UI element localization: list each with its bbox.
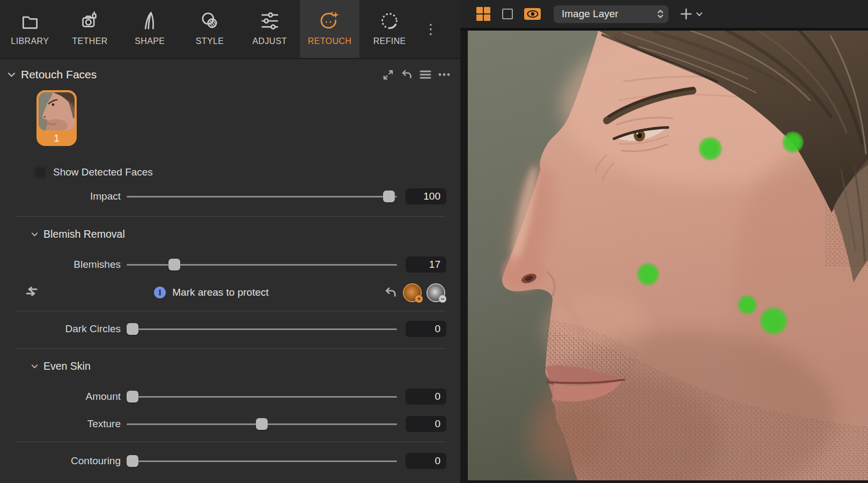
proof-view-eye-icon[interactable] bbox=[524, 8, 541, 20]
slider-label: Dark Circles bbox=[0, 323, 121, 335]
show-detected-faces-checkbox[interactable] bbox=[34, 166, 46, 178]
impact-slider-row: Impact 100 bbox=[0, 187, 460, 206]
add-layer-control[interactable] bbox=[680, 8, 703, 20]
blemishes-slider-track[interactable] bbox=[127, 255, 397, 274]
slider-label: Amount bbox=[0, 391, 121, 402]
section-divider bbox=[15, 348, 445, 349]
checkbox-label: Show Detected Faces bbox=[53, 166, 153, 178]
retouch-face-sparkle-icon bbox=[319, 9, 340, 33]
blemish-marker[interactable] bbox=[738, 295, 757, 314]
contouring-slider-handle[interactable] bbox=[127, 455, 138, 467]
image-viewer: Image Layer bbox=[460, 0, 868, 483]
plus-icon bbox=[680, 8, 693, 20]
dark-circles-value-field[interactable]: 0 bbox=[406, 321, 446, 337]
impact-slider-track[interactable] bbox=[127, 187, 397, 206]
brush-add-badge: + bbox=[415, 295, 423, 303]
tab-label: SHAPE bbox=[135, 36, 165, 46]
viewer-toolbar: Image Layer bbox=[460, 0, 868, 31]
reset-adjustments-icon[interactable] bbox=[400, 68, 413, 81]
texture-value-field[interactable]: 0 bbox=[406, 416, 446, 432]
blemish-removal-header[interactable]: Blemish Removal bbox=[31, 226, 460, 242]
dark-circles-slider-handle[interactable] bbox=[127, 323, 138, 335]
panel-title: Retouch Faces bbox=[21, 68, 97, 81]
section-chevron-icon bbox=[31, 364, 38, 369]
tab-label: STYLE bbox=[196, 36, 224, 46]
contouring-slider-track[interactable] bbox=[127, 452, 397, 470]
select-updown-chevrons-icon bbox=[657, 9, 664, 19]
section-divider bbox=[15, 311, 445, 311]
slider-label: Contouring bbox=[0, 455, 121, 467]
invert-mask-icon[interactable] bbox=[25, 286, 39, 299]
tab-tether[interactable]: TETHER bbox=[60, 0, 120, 58]
texture-slider-track[interactable] bbox=[127, 415, 397, 433]
tab-label: REFINE bbox=[373, 36, 406, 46]
contouring-value-field[interactable]: 0 bbox=[406, 453, 446, 469]
presets-menu-icon[interactable] bbox=[419, 68, 432, 81]
blemish-marker[interactable] bbox=[698, 137, 722, 160]
blemishes-slider-row: Blemishes 17 bbox=[0, 255, 460, 274]
portrait-photo[interactable] bbox=[468, 31, 868, 480]
tab-adjust[interactable]: ADJUST bbox=[240, 0, 300, 58]
single-view-icon[interactable] bbox=[502, 9, 513, 19]
blemishes-value-field[interactable]: 17 bbox=[406, 257, 446, 273]
capture-one-window: LIBRARY TETHER SHAPE STYLE bbox=[0, 0, 868, 483]
draw-protect-mask-brush-icon[interactable]: + bbox=[404, 284, 421, 301]
tabbar-overflow-menu-icon[interactable]: ⋮ bbox=[420, 22, 442, 36]
layer-select[interactable]: Image Layer bbox=[554, 5, 668, 23]
texture-slider-handle[interactable] bbox=[256, 418, 268, 430]
tab-retouch[interactable]: RETOUCH bbox=[300, 0, 360, 58]
viewer-canvas[interactable] bbox=[460, 31, 868, 483]
blemishes-slider-handle[interactable] bbox=[168, 259, 180, 270]
mark-areas-label: Mark areas to protect bbox=[172, 287, 269, 298]
section-divider bbox=[15, 216, 445, 217]
blemish-marker[interactable] bbox=[760, 307, 788, 335]
even-skin-header[interactable]: Even Skin bbox=[31, 358, 460, 374]
impact-slider-handle[interactable] bbox=[383, 191, 395, 202]
tab-style[interactable]: STYLE bbox=[180, 0, 240, 58]
grid-view-icon[interactable] bbox=[476, 7, 490, 21]
texture-slider-row: Texture 0 bbox=[0, 415, 460, 433]
section-title: Even Skin bbox=[43, 360, 91, 372]
layer-select-value: Image Layer bbox=[562, 8, 657, 20]
collapse-chevron-icon[interactable] bbox=[8, 70, 16, 79]
amount-slider-track[interactable] bbox=[127, 387, 397, 406]
blemish-marker[interactable] bbox=[637, 263, 659, 286]
blemish-marker[interactable] bbox=[782, 131, 804, 153]
face-thumbnail-image bbox=[39, 92, 75, 130]
chevron-down-icon bbox=[696, 12, 703, 17]
slider-label: Impact bbox=[0, 191, 121, 202]
slider-label: Blemishes bbox=[0, 259, 121, 270]
tab-refine[interactable]: REFINE bbox=[359, 0, 420, 58]
more-options-icon[interactable] bbox=[438, 68, 451, 81]
expand-panel-icon[interactable] bbox=[381, 68, 394, 81]
detected-face-thumbnail[interactable]: 1 bbox=[36, 90, 77, 146]
tool-tabbar: LIBRARY TETHER SHAPE STYLE bbox=[0, 0, 460, 59]
amount-slider-handle[interactable] bbox=[127, 391, 138, 402]
impact-value-field[interactable]: 100 bbox=[406, 188, 446, 204]
tether-camera-icon bbox=[80, 9, 100, 33]
dark-circles-slider-track[interactable] bbox=[127, 320, 397, 338]
info-icon[interactable]: i bbox=[154, 287, 166, 298]
reset-mask-icon[interactable] bbox=[384, 286, 397, 299]
brush-subtract-badge: − bbox=[439, 295, 446, 303]
tab-label: RETOUCH bbox=[308, 36, 352, 46]
tab-label: TETHER bbox=[72, 36, 107, 46]
library-folder-icon bbox=[20, 9, 40, 33]
retouch-faces-header: Retouch Faces bbox=[0, 67, 460, 83]
tab-library[interactable]: LIBRARY bbox=[0, 0, 60, 58]
style-balloons-icon bbox=[200, 9, 220, 33]
erase-protect-mask-brush-icon[interactable]: − bbox=[428, 284, 444, 301]
tab-label: LIBRARY bbox=[11, 36, 49, 46]
tab-label: ADJUST bbox=[252, 36, 287, 46]
contouring-slider-row: Contouring 0 bbox=[0, 452, 460, 470]
slider-label: Texture bbox=[0, 418, 121, 430]
section-divider bbox=[15, 442, 445, 442]
amount-value-field[interactable]: 0 bbox=[406, 389, 446, 405]
tab-shape[interactable]: SHAPE bbox=[120, 0, 180, 58]
mark-areas-row: i Mark areas to protect + − bbox=[0, 283, 460, 302]
face-index-badge: 1 bbox=[39, 130, 75, 147]
tools-panel: LIBRARY TETHER SHAPE STYLE bbox=[0, 0, 460, 483]
refine-dotted-circle-icon bbox=[379, 9, 400, 33]
section-chevron-icon bbox=[31, 232, 38, 237]
show-detected-faces-row: Show Detected Faces bbox=[34, 166, 460, 179]
